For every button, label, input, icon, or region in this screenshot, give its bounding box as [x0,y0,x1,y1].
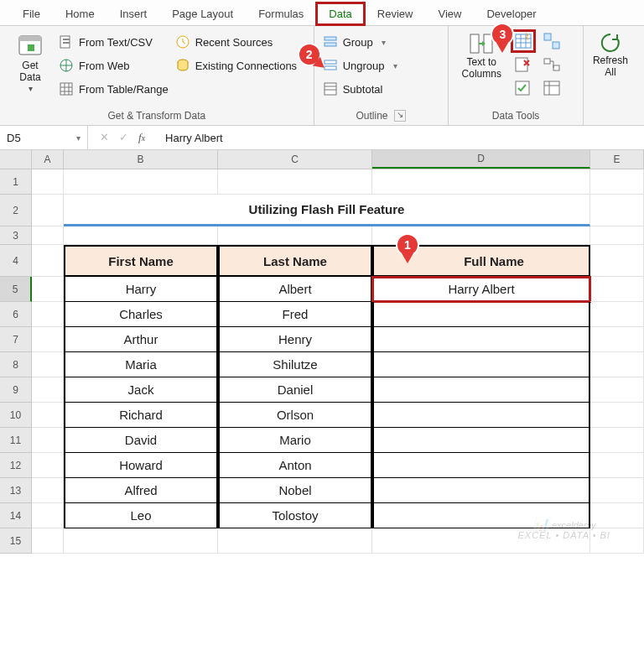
cell-B11[interactable]: David [64,428,218,453]
flash-fill-button[interactable] [512,31,534,51]
from-textcsv-button[interactable]: From Text/CSV [59,33,169,51]
row-8: 8 Maria Shilutze [0,352,644,377]
table-icon [59,81,74,96]
row-header-5[interactable]: 5 [0,277,32,302]
cell-C5[interactable]: Albert [218,277,372,302]
cell-C6[interactable]: Fred [218,302,372,327]
chevron-down-icon: ▾ [29,83,33,95]
cell-C7[interactable]: Henry [218,327,372,352]
col-header-B[interactable]: B [64,150,218,169]
data-validation-button[interactable] [512,78,534,98]
cell-D11[interactable] [372,428,590,453]
cell-D10[interactable] [372,403,590,428]
row-header-7[interactable]: 7 [0,327,32,352]
relationships-button[interactable] [541,55,563,75]
tab-view[interactable]: View [425,3,474,25]
cell-C9[interactable]: Daniel [218,377,372,403]
row-header-10[interactable]: 10 [0,403,32,428]
tab-developer[interactable]: Developer [474,3,548,25]
data-validation-icon [514,79,532,97]
row-header-13[interactable]: 13 [0,478,32,503]
tab-pagelayout[interactable]: Page Layout [159,3,246,25]
name-box[interactable]: D5 ▾ [0,126,88,149]
tab-home[interactable]: Home [53,3,107,25]
recent-sources-button[interactable]: Recent Sources [175,33,297,51]
get-data-icon [16,31,44,60]
col-header-A[interactable]: A [32,150,64,169]
cell-D13[interactable] [372,478,590,503]
row-header-14[interactable]: 14 [0,503,32,528]
svg-rect-11 [325,43,336,46]
get-data-button[interactable]: Get Data ▾ [8,28,52,95]
from-table-button[interactable]: From Table/Range [59,80,169,98]
table-header-lastname: Last Name [218,245,372,277]
existing-connections-button[interactable]: Existing Connections [175,56,297,75]
svg-rect-15 [470,34,479,53]
cell-D9[interactable] [372,377,590,403]
cell-D12[interactable] [372,453,590,478]
consolidate-icon [543,32,561,50]
formula-enter-icon[interactable]: ✓ [119,131,128,144]
cell-D7[interactable] [372,327,590,352]
ungroup-button[interactable]: Ungroup ▾ [323,56,397,75]
row-header-11[interactable]: 11 [0,428,32,453]
cell-D5[interactable]: Harry Albert [372,277,590,302]
cell-C13[interactable]: Nobel [218,478,372,503]
cell-B9[interactable]: Jack [64,377,218,403]
tab-insert[interactable]: Insert [107,3,160,25]
row-header-12[interactable]: 12 [0,453,32,478]
from-web-button[interactable]: From Web [59,56,169,75]
col-header-E[interactable]: E [590,150,644,169]
col-header-D[interactable]: D [372,150,590,169]
row-header-4[interactable]: 4 [0,245,32,277]
cell-B10[interactable]: Richard [64,403,218,428]
cell-C8[interactable]: Shilutze [218,352,372,377]
row-header-6[interactable]: 6 [0,302,32,327]
remove-duplicates-button[interactable] [512,55,534,75]
tab-file[interactable]: File [10,3,53,25]
group-rows-button[interactable]: Group ▾ [323,33,397,51]
cell-C12[interactable]: Anton [218,453,372,478]
refresh-all-label: Refresh All [593,55,628,78]
formula-cancel-icon[interactable]: ✕ [100,131,109,144]
fx-icon[interactable]: fx [138,131,145,144]
manage-data-model-button[interactable] [541,78,563,98]
formula-input[interactable]: Harry Albert [157,132,644,144]
column-headers: A B C D E [0,150,644,169]
flash-fill-icon [514,32,532,50]
cell-D8[interactable] [372,352,590,377]
row-header-9[interactable]: 9 [0,377,32,403]
cell-B12[interactable]: Howard [64,453,218,478]
refresh-all-button[interactable]: Refresh All [592,28,629,78]
row-header-3[interactable]: 3 [0,226,32,245]
row-header-8[interactable]: 8 [0,352,32,377]
svg-rect-17 [516,34,531,48]
row-header-2[interactable]: 2 [0,195,32,226]
tab-data[interactable]: Data [316,3,364,25]
group-label-datatools: Data Tools [492,110,539,122]
subtotal-button[interactable]: Subtotal [323,80,397,98]
tab-formulas[interactable]: Formulas [246,3,316,25]
tab-review[interactable]: Review [365,3,426,25]
svg-rect-22 [544,59,550,64]
cell-B6[interactable]: Charles [64,302,218,327]
outline-launcher[interactable]: ↘ [394,110,406,122]
globe-icon [59,58,74,73]
cell-C11[interactable]: Mario [218,428,372,453]
chevron-down-icon: ▾ [382,38,386,47]
select-all-corner[interactable] [0,150,32,169]
row-header-15[interactable]: 15 [0,528,32,554]
table-header-firstname: First Name [64,245,218,277]
cell-B7[interactable]: Arthur [64,327,218,352]
consolidate-button[interactable] [541,31,563,51]
svg-rect-21 [553,42,559,49]
row-header-1[interactable]: 1 [0,169,32,195]
cell-D6[interactable] [372,302,590,327]
cell-C14[interactable]: Tolostoy [218,503,372,528]
cell-B13[interactable]: Alfred [64,478,218,503]
cell-C10[interactable]: Orlson [218,403,372,428]
cell-B14[interactable]: Leo [64,503,218,528]
col-header-C[interactable]: C [218,150,372,169]
cell-B8[interactable]: Maria [64,352,218,377]
cell-B5[interactable]: Harry [64,277,218,302]
